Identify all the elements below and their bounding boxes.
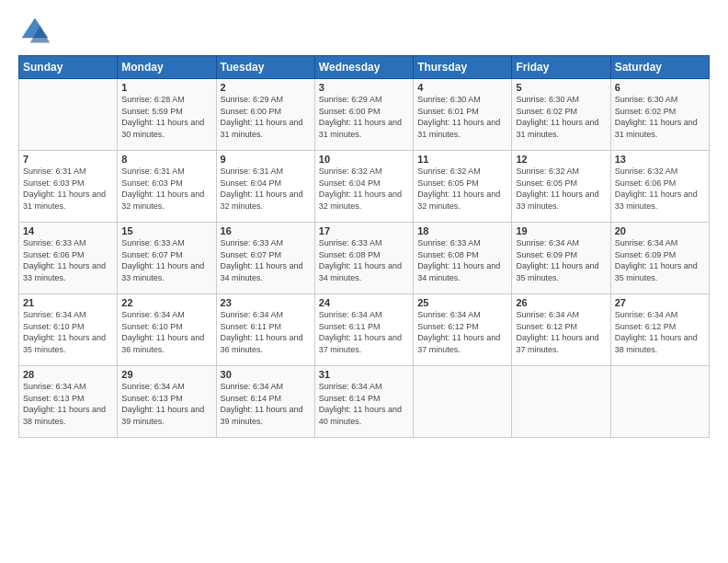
weekday-sunday: Sunday xyxy=(19,56,118,79)
day-info: Sunrise: 6:34 AMSunset: 6:14 PMDaylight:… xyxy=(319,381,409,427)
calendar-cell: 10Sunrise: 6:32 AMSunset: 6:04 PMDayligh… xyxy=(314,151,413,223)
day-info: Sunrise: 6:28 AMSunset: 5:59 PMDaylight:… xyxy=(121,94,211,140)
weekday-header-row: SundayMondayTuesdayWednesdayThursdayFrid… xyxy=(19,56,710,79)
calendar-cell xyxy=(610,366,709,438)
day-info: Sunrise: 6:33 AMSunset: 6:07 PMDaylight:… xyxy=(121,237,211,283)
calendar-cell xyxy=(512,366,610,438)
day-info: Sunrise: 6:32 AMSunset: 6:05 PMDaylight:… xyxy=(516,166,606,212)
day-number: 13 xyxy=(615,154,705,165)
day-info: Sunrise: 6:29 AMSunset: 6:00 PMDaylight:… xyxy=(221,94,311,140)
calendar-cell: 15Sunrise: 6:33 AMSunset: 6:07 PMDayligh… xyxy=(118,223,216,294)
calendar-cell xyxy=(19,79,118,151)
calendar-cell: 22Sunrise: 6:34 AMSunset: 6:10 PMDayligh… xyxy=(118,294,216,366)
calendar-cell: 2Sunrise: 6:29 AMSunset: 6:00 PMDaylight… xyxy=(216,79,314,151)
calendar-cell: 13Sunrise: 6:32 AMSunset: 6:06 PMDayligh… xyxy=(610,151,709,223)
week-row-1: 1Sunrise: 6:28 AMSunset: 5:59 PMDaylight… xyxy=(19,79,710,151)
day-number: 19 xyxy=(516,225,606,236)
calendar-cell: 26Sunrise: 6:34 AMSunset: 6:12 PMDayligh… xyxy=(512,294,610,366)
calendar-cell: 25Sunrise: 6:34 AMSunset: 6:12 PMDayligh… xyxy=(414,294,512,366)
calendar-cell: 28Sunrise: 6:34 AMSunset: 6:13 PMDayligh… xyxy=(19,366,118,438)
calendar-cell: 19Sunrise: 6:34 AMSunset: 6:09 PMDayligh… xyxy=(512,223,610,294)
week-row-2: 7Sunrise: 6:31 AMSunset: 6:03 PMDaylight… xyxy=(19,151,710,223)
day-info: Sunrise: 6:31 AMSunset: 6:03 PMDaylight:… xyxy=(23,166,113,212)
day-info: Sunrise: 6:29 AMSunset: 6:00 PMDaylight:… xyxy=(319,94,409,140)
calendar-table: SundayMondayTuesdayWednesdayThursdayFrid… xyxy=(18,55,710,438)
calendar-cell: 31Sunrise: 6:34 AMSunset: 6:14 PMDayligh… xyxy=(314,366,413,438)
day-info: Sunrise: 6:34 AMSunset: 6:09 PMDaylight:… xyxy=(615,237,705,283)
day-number: 27 xyxy=(615,297,705,308)
day-number: 15 xyxy=(121,225,211,236)
day-info: Sunrise: 6:31 AMSunset: 6:03 PMDaylight:… xyxy=(121,166,211,212)
day-number: 25 xyxy=(417,297,507,308)
day-info: Sunrise: 6:34 AMSunset: 6:10 PMDaylight:… xyxy=(23,309,113,355)
day-number: 28 xyxy=(23,369,113,380)
day-info: Sunrise: 6:33 AMSunset: 6:06 PMDaylight:… xyxy=(23,237,113,283)
day-number: 8 xyxy=(121,154,211,165)
day-number: 5 xyxy=(516,82,606,93)
day-number: 31 xyxy=(319,369,409,380)
day-number: 1 xyxy=(121,82,211,93)
day-number: 6 xyxy=(615,82,705,93)
calendar-cell: 8Sunrise: 6:31 AMSunset: 6:03 PMDaylight… xyxy=(118,151,216,223)
calendar-cell: 24Sunrise: 6:34 AMSunset: 6:11 PMDayligh… xyxy=(314,294,413,366)
calendar-cell: 29Sunrise: 6:34 AMSunset: 6:13 PMDayligh… xyxy=(118,366,216,438)
day-info: Sunrise: 6:33 AMSunset: 6:07 PMDaylight:… xyxy=(221,237,311,283)
day-number: 30 xyxy=(221,369,311,380)
day-number: 18 xyxy=(417,225,507,236)
day-number: 23 xyxy=(221,297,311,308)
day-number: 2 xyxy=(221,82,311,93)
day-info: Sunrise: 6:34 AMSunset: 6:09 PMDaylight:… xyxy=(516,237,606,283)
day-number: 10 xyxy=(319,154,409,165)
day-number: 11 xyxy=(417,154,507,165)
day-number: 3 xyxy=(319,82,409,93)
day-number: 14 xyxy=(23,225,113,236)
calendar-cell: 20Sunrise: 6:34 AMSunset: 6:09 PMDayligh… xyxy=(610,223,709,294)
calendar-cell: 16Sunrise: 6:33 AMSunset: 6:07 PMDayligh… xyxy=(216,223,314,294)
day-info: Sunrise: 6:34 AMSunset: 6:10 PMDaylight:… xyxy=(121,309,211,355)
day-number: 7 xyxy=(23,154,113,165)
calendar-cell: 18Sunrise: 6:33 AMSunset: 6:08 PMDayligh… xyxy=(414,223,512,294)
logo-icon xyxy=(18,15,51,48)
calendar-cell: 9Sunrise: 6:31 AMSunset: 6:04 PMDaylight… xyxy=(216,151,314,223)
week-row-4: 21Sunrise: 6:34 AMSunset: 6:10 PMDayligh… xyxy=(19,294,710,366)
day-info: Sunrise: 6:34 AMSunset: 6:13 PMDaylight:… xyxy=(23,381,113,427)
calendar-cell xyxy=(414,366,512,438)
day-number: 9 xyxy=(221,154,311,165)
weekday-thursday: Thursday xyxy=(414,56,512,79)
day-info: Sunrise: 6:30 AMSunset: 6:02 PMDaylight:… xyxy=(516,94,606,140)
calendar-cell: 14Sunrise: 6:33 AMSunset: 6:06 PMDayligh… xyxy=(19,223,118,294)
weekday-saturday: Saturday xyxy=(610,56,709,79)
day-info: Sunrise: 6:34 AMSunset: 6:12 PMDaylight:… xyxy=(516,309,606,355)
calendar-cell: 30Sunrise: 6:34 AMSunset: 6:14 PMDayligh… xyxy=(216,366,314,438)
page: SundayMondayTuesdayWednesdayThursdayFrid… xyxy=(0,0,728,563)
day-number: 12 xyxy=(516,154,606,165)
day-number: 4 xyxy=(417,82,507,93)
logo xyxy=(18,15,55,48)
day-number: 26 xyxy=(516,297,606,308)
weekday-tuesday: Tuesday xyxy=(216,56,314,79)
header xyxy=(18,15,710,48)
day-number: 29 xyxy=(121,369,211,380)
day-number: 20 xyxy=(615,225,705,236)
day-number: 16 xyxy=(221,225,311,236)
day-info: Sunrise: 6:33 AMSunset: 6:08 PMDaylight:… xyxy=(319,237,409,283)
week-row-5: 28Sunrise: 6:34 AMSunset: 6:13 PMDayligh… xyxy=(19,366,710,438)
day-info: Sunrise: 6:30 AMSunset: 6:01 PMDaylight:… xyxy=(417,94,507,140)
day-info: Sunrise: 6:30 AMSunset: 6:02 PMDaylight:… xyxy=(615,94,705,140)
day-info: Sunrise: 6:33 AMSunset: 6:08 PMDaylight:… xyxy=(417,237,507,283)
calendar-cell: 17Sunrise: 6:33 AMSunset: 6:08 PMDayligh… xyxy=(314,223,413,294)
calendar-cell: 27Sunrise: 6:34 AMSunset: 6:12 PMDayligh… xyxy=(610,294,709,366)
calendar-cell: 12Sunrise: 6:32 AMSunset: 6:05 PMDayligh… xyxy=(512,151,610,223)
day-info: Sunrise: 6:32 AMSunset: 6:04 PMDaylight:… xyxy=(319,166,409,212)
calendar-cell: 21Sunrise: 6:34 AMSunset: 6:10 PMDayligh… xyxy=(19,294,118,366)
day-info: Sunrise: 6:34 AMSunset: 6:12 PMDaylight:… xyxy=(417,309,507,355)
day-info: Sunrise: 6:34 AMSunset: 6:12 PMDaylight:… xyxy=(615,309,705,355)
day-info: Sunrise: 6:32 AMSunset: 6:06 PMDaylight:… xyxy=(615,166,705,212)
weekday-wednesday: Wednesday xyxy=(314,56,413,79)
calendar-cell: 4Sunrise: 6:30 AMSunset: 6:01 PMDaylight… xyxy=(414,79,512,151)
weekday-monday: Monday xyxy=(118,56,216,79)
day-info: Sunrise: 6:32 AMSunset: 6:05 PMDaylight:… xyxy=(417,166,507,212)
day-number: 17 xyxy=(319,225,409,236)
calendar-cell: 23Sunrise: 6:34 AMSunset: 6:11 PMDayligh… xyxy=(216,294,314,366)
week-row-3: 14Sunrise: 6:33 AMSunset: 6:06 PMDayligh… xyxy=(19,223,710,294)
